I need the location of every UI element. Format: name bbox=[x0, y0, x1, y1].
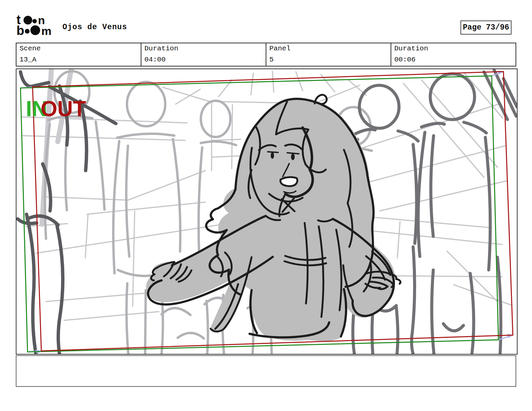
info-value: 13_A bbox=[19, 56, 138, 63]
camera-out-label: OUT bbox=[41, 97, 86, 121]
info-label: Panel bbox=[269, 45, 388, 52]
logo-letter-b: b bbox=[16, 24, 24, 36]
info-label: Duration bbox=[144, 45, 263, 52]
info-cell-panel: Panel 5 bbox=[266, 43, 391, 66]
info-cell-scene: Scene 13_A bbox=[16, 43, 141, 66]
storyboard-panel: IN OUT bbox=[16, 68, 518, 355]
storyboard-sketch: IN OUT bbox=[16, 69, 517, 354]
camera-arrowhead bbox=[507, 334, 513, 338]
info-value: 5 bbox=[269, 56, 388, 63]
project-title: Ojos de Venus bbox=[62, 23, 127, 32]
panel-info-table: Scene 13_A Duration 04:00 Panel 5 Durati… bbox=[16, 43, 516, 66]
page-number: Page 73/96 bbox=[463, 23, 509, 32]
logo-dot bbox=[25, 29, 30, 34]
storyboard-page: { "header": { "logo_name": "toonboom-log… bbox=[0, 0, 532, 411]
info-cell-scene-duration: Duration 04:00 bbox=[141, 43, 266, 66]
info-label: Scene bbox=[19, 45, 138, 52]
info-value: 04:00 bbox=[144, 56, 263, 63]
toonboom-logo: t n b m bbox=[16, 14, 57, 36]
page-number-box: Page 73/96 bbox=[460, 20, 512, 35]
info-cell-panel-duration: Duration 00:06 bbox=[391, 43, 516, 66]
caption-box bbox=[16, 355, 516, 387]
info-value: 00:06 bbox=[394, 56, 513, 63]
logo-letter-m: m bbox=[41, 25, 51, 36]
logo-dot bbox=[33, 19, 37, 24]
logo-dot bbox=[31, 26, 40, 35]
info-label: Duration bbox=[394, 45, 513, 52]
logo-dot bbox=[24, 16, 32, 25]
